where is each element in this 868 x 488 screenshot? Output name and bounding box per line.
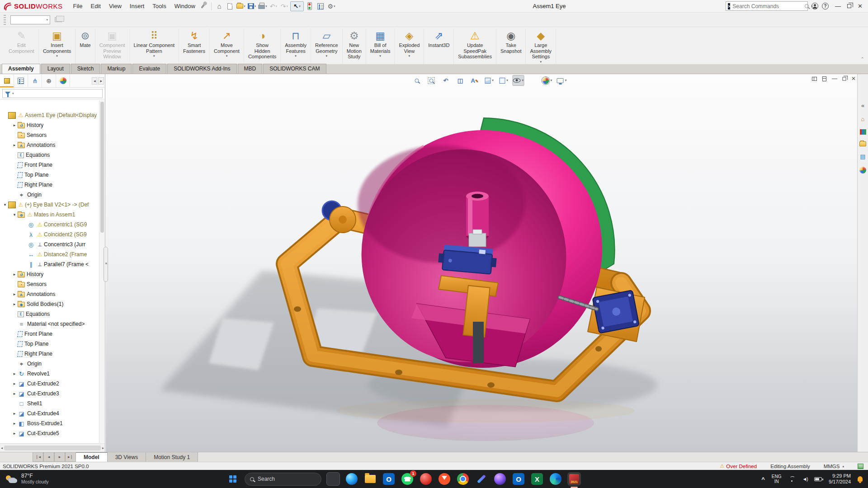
- doc-minimize-icon[interactable]: —: [832, 75, 837, 82]
- dropdown-caret[interactable]: ▾: [326, 54, 328, 58]
- design-library-button[interactable]: [860, 129, 866, 135]
- dropdown-caret[interactable]: ▾: [255, 5, 256, 8]
- next-sheet-icon[interactable]: ▸: [54, 452, 65, 462]
- dropdown-caret[interactable]: ▾: [244, 5, 245, 8]
- search-commands-input[interactable]: [732, 3, 802, 9]
- model-canvas[interactable]: [106, 74, 857, 452]
- status-tag-icon[interactable]: [858, 464, 863, 469]
- tab-assembly[interactable]: Assembly: [2, 64, 40, 74]
- toolbar-grip[interactable]: [4, 15, 6, 25]
- tree-item[interactable]: ∥⊥Parallel7 (Frame <: [0, 259, 99, 269]
- tree-item[interactable]: Right Plane: [0, 180, 99, 190]
- taskbar-app-whatsapp[interactable]: ☎1: [401, 472, 414, 486]
- tree-item[interactable]: □Shell1: [0, 399, 99, 408]
- toolbar-combobox[interactable]: ▾: [10, 15, 50, 24]
- tree-item[interactable]: ▸AAnnotations: [0, 140, 99, 150]
- taskbar-app-globe[interactable]: [493, 472, 507, 486]
- tree-item[interactable]: ◔Sensors: [0, 130, 99, 140]
- tree-item[interactable]: Front Plane: [0, 160, 99, 170]
- dropdown-caret[interactable]: ▾: [551, 79, 552, 82]
- notification-bell-icon[interactable]: [858, 476, 863, 482]
- menu-view[interactable]: View: [105, 1, 126, 11]
- scroll-right-icon[interactable]: ▸: [98, 77, 104, 84]
- dropdown-caret[interactable]: ▾: [492, 79, 494, 82]
- tray-chevron-icon[interactable]: ^: [761, 476, 765, 483]
- tree-item[interactable]: ⌖Origin: [0, 190, 99, 200]
- tree-item[interactable]: ▸◪Cut-Extrude3: [0, 389, 99, 399]
- sheet-tab-3d-views[interactable]: 3D Views: [108, 452, 146, 462]
- scroll-left-icon[interactable]: ◂: [92, 77, 98, 84]
- dropdown-caret[interactable]: ▾: [265, 5, 267, 8]
- taskbar-app-edge[interactable]: [549, 472, 562, 486]
- tree-item[interactable]: ≡Material <not specified>: [0, 319, 99, 329]
- dropdown-caret[interactable]: ▾: [299, 5, 301, 8]
- ribbon-bill-of-materials-button[interactable]: ▦Bill ofMaterials▾: [366, 28, 395, 64]
- print-button[interactable]: ▾: [258, 1, 268, 11]
- ribbon-assembly-features-button[interactable]: ⊓AssemblyFeatures▾: [281, 28, 311, 64]
- menu-insert[interactable]: Insert: [126, 1, 149, 11]
- battery-icon[interactable]: [814, 477, 822, 481]
- tree-item[interactable]: ◎⊥Concentric3 (Jurr: [0, 239, 99, 249]
- taskbar-app-chrome[interactable]: [456, 472, 470, 486]
- language-indicator[interactable]: ENGIN: [772, 474, 782, 484]
- scroll-left-icon[interactable]: ◂: [1, 446, 3, 450]
- dropdown-caret[interactable]: ▾: [522, 79, 524, 82]
- tree-item[interactable]: ▸◆Solid Bodies(1): [0, 299, 99, 309]
- dropdown-caret[interactable]: ▾: [153, 54, 155, 58]
- tab-property-manager[interactable]: [14, 74, 28, 87]
- redo-button[interactable]: ↷▾: [279, 1, 289, 11]
- new-document-button[interactable]: [225, 1, 235, 11]
- tab-feature-tree[interactable]: [0, 74, 14, 87]
- close-button[interactable]: ✕: [855, 3, 865, 9]
- tab-solidworks-add-ins[interactable]: SOLIDWORKS Add-Ins: [167, 64, 236, 74]
- menu-window[interactable]: Window: [170, 1, 199, 11]
- file-explorer-button[interactable]: [859, 141, 866, 146]
- taskbar-app-browser[interactable]: [345, 472, 359, 486]
- menu-tools[interactable]: Tools: [148, 1, 170, 11]
- tab-dimxpert[interactable]: ⊕: [42, 74, 56, 87]
- tree-item[interactable]: ↔⚠Distance2 (Frame: [0, 249, 99, 259]
- help-icon[interactable]: ?: [822, 3, 829, 9]
- expander-closed-icon[interactable]: ▸: [11, 371, 18, 376]
- tree-item[interactable]: ▸↻Revolve1: [0, 369, 99, 379]
- ribbon-reference-geometry-button[interactable]: ▱ReferenceGeometry▾: [311, 28, 343, 64]
- tree-item[interactable]: ▸↺History: [0, 269, 99, 279]
- tree-item[interactable]: ◔Sensors: [0, 279, 99, 289]
- menu-edit[interactable]: Edit: [86, 1, 104, 11]
- tab-configuration-manager[interactable]: ⋔: [28, 74, 42, 87]
- tab-markup[interactable]: Markup: [101, 64, 132, 74]
- panel-horizontal-scrollbar[interactable]: ◂ ▸: [0, 443, 105, 452]
- ribbon-component-preview-window-button[interactable]: ▣ComponentPreviewWindow: [95, 28, 130, 64]
- ribbon-edit-component-button[interactable]: ✎EditComponent: [5, 28, 39, 64]
- taskbar-app-outlook-2[interactable]: O: [512, 472, 525, 486]
- doc-restore-icon[interactable]: [842, 77, 846, 80]
- doc-close-icon[interactable]: ✕: [851, 75, 856, 82]
- ribbon-update-speedpak-subassemblies-button[interactable]: ⚠UpdateSpeedPakSubassemblies: [454, 28, 496, 64]
- search-commands-box[interactable]: > ▾: [726, 1, 808, 11]
- tree-item[interactable]: ΣEquations: [0, 309, 99, 319]
- collapse-chevrons-button[interactable]: «: [861, 102, 864, 109]
- view-settings-button[interactable]: ▾: [556, 75, 567, 86]
- tree-item[interactable]: ▸↺History: [0, 120, 99, 130]
- rebuild-button[interactable]: [305, 1, 315, 11]
- tree-item[interactable]: ▾⊚⚠Mates in Assem1: [0, 210, 99, 220]
- expander-open-icon[interactable]: ▾: [2, 202, 8, 207]
- appearances-button[interactable]: [859, 167, 866, 174]
- expander-open-icon[interactable]: ▾: [11, 212, 18, 217]
- ribbon-instant3d-button[interactable]: ⇗Instant3D: [424, 28, 454, 64]
- tree-item[interactable]: Front Plane: [0, 329, 99, 339]
- zoom-to-fit-button[interactable]: [411, 75, 423, 86]
- ribbon-large-assembly-settings-button[interactable]: ◆LargeAssemblySettings▾: [526, 28, 556, 64]
- hide-show-items-button[interactable]: ▾: [513, 75, 524, 86]
- panel-splitter-handle[interactable]: [104, 247, 108, 282]
- weather-widget[interactable]: 87°F Mostly cloudy: [0, 473, 95, 485]
- account-icon[interactable]: [811, 3, 818, 9]
- menu-file[interactable]: File: [69, 1, 87, 11]
- tree-item[interactable]: ▸◧Boss-Extrude1: [0, 418, 99, 428]
- expander-closed-icon[interactable]: ▸: [11, 391, 18, 396]
- sheet-tab-model[interactable]: Model: [76, 452, 108, 462]
- undo-button[interactable]: ↶▾: [269, 1, 278, 11]
- tree-item[interactable]: ΣEquations: [0, 150, 99, 160]
- units-selector[interactable]: MMGS ▴: [824, 464, 844, 469]
- tree-item[interactable]: ⌖Origin: [0, 359, 99, 369]
